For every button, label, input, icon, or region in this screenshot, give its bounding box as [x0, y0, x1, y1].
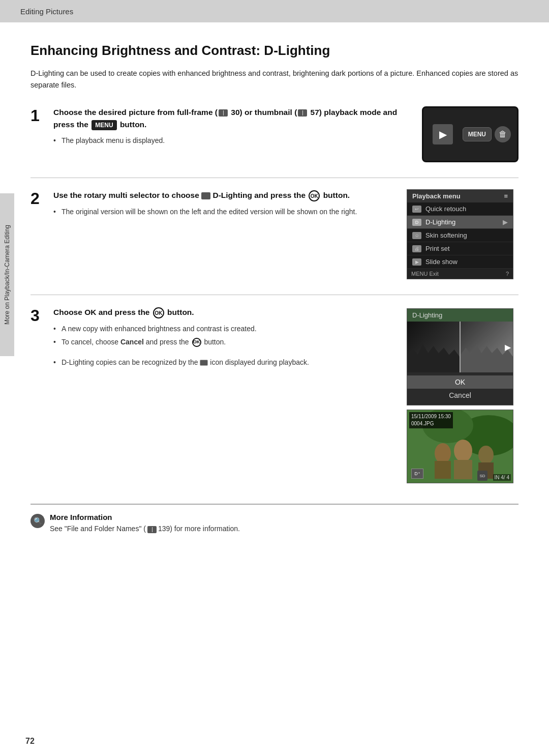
step-3-heading: Choose OK and press the OK button. — [53, 306, 407, 318]
playback-arrow-icon — [433, 124, 453, 144]
step-3-bullet-1: A new copy with enhanced brightness and … — [53, 324, 407, 335]
more-info-text-block: More Information See "File and Folder Na… — [50, 513, 518, 533]
page-title: Enhancing Brightness and Contrast: D-Lig… — [30, 43, 518, 59]
step-1-image: MENU 🗑 — [417, 106, 518, 162]
people-silhouette-dark — [407, 337, 460, 372]
step-2-bullet-1: The original version will be shown on th… — [53, 207, 396, 218]
photo-counter: IN 4/ 4 — [493, 474, 511, 481]
more-info-title: More Information — [50, 513, 518, 521]
dlighting-panel: D-Lighting ▶ OK Cancel — [407, 308, 513, 405]
section-label: Editing Pictures — [20, 7, 73, 16]
step-3-images: D-Lighting ▶ OK Cancel — [407, 306, 518, 483]
menu-item-print-set: 🖨 Print set — [407, 242, 513, 255]
page: Editing Pictures More on Playback/In-Cam… — [0, 0, 549, 756]
photo-thumbnail: 15/11/2009 15:30 0004.JPG D⁺ SD IN 4/ 4 — [407, 410, 513, 483]
menu-button-label: MENU — [92, 120, 116, 130]
trash-btn-illustration: 🗑 — [495, 126, 511, 142]
step-1-bullet-1: The playback menu is displayed. — [53, 135, 407, 147]
step-1-content: Choose the desired picture from full-fra… — [53, 106, 417, 148]
top-bar: Editing Pictures — [0, 0, 549, 22]
arrow-right-icon: ▶ — [503, 218, 508, 226]
step-1: 1 Choose the desired picture from full-f… — [30, 106, 518, 162]
page-number: 72 — [25, 737, 35, 746]
sidebar-tab: More on Playback/In-Camera Editing — [0, 193, 14, 356]
dlighting-buttons-area: OK Cancel — [407, 372, 513, 405]
svg-point-3 — [435, 443, 451, 463]
step-2-content: Use the rotary multi selector to choose … — [53, 189, 407, 220]
book-icon-2 — [298, 109, 307, 117]
sidebar-tab-text: More on Playback/In-Camera Editing — [4, 225, 11, 325]
menu-item-slide-show: ▶ Slide show — [407, 255, 513, 269]
dlighting-after-image: ▶ — [461, 322, 513, 372]
step-2-image: Playback menu ≡ ↩ Quick retouch D D-Ligh… — [407, 189, 518, 279]
intro-paragraph: D-Lighting can be used to create copies … — [30, 68, 518, 91]
camera-illustration: MENU 🗑 — [422, 106, 518, 162]
step-1-bullets: The playback menu is displayed. — [53, 135, 407, 147]
step-3-number: 3 — [30, 306, 53, 324]
slide-show-icon: ▶ — [412, 258, 421, 266]
step-3-bullet-2: To cancel, choose Cancel and press the O… — [53, 337, 407, 348]
step-3-content: Choose OK and press the OK button. A new… — [53, 306, 407, 370]
skin-softening-icon: ☺ — [412, 232, 421, 239]
dlighting-header: D-Lighting — [407, 309, 513, 322]
photo-date-overlay: 15/11/2009 15:30 0004.JPG — [409, 412, 453, 428]
more-info-body: See "File and Folder Names" (139) for mo… — [50, 525, 518, 533]
svg-point-5 — [454, 440, 472, 462]
step-2-number: 2 — [30, 189, 53, 207]
svg-rect-4 — [435, 461, 451, 479]
playback-menu-footer: MENU Exit ? — [407, 269, 513, 279]
book-icon-1 — [219, 109, 228, 117]
ok-circle-2: OK — [309, 190, 320, 201]
book-ref-icon — [147, 526, 157, 533]
svg-rect-6 — [454, 460, 472, 479]
menu-item-quick-retouch: ↩ Quick retouch — [407, 202, 513, 216]
step-3-bullets: A new copy with enhanced brightness and … — [53, 324, 407, 347]
quick-retouch-icon: ↩ — [412, 206, 421, 213]
dlighting-nav-arrow: ▶ — [505, 342, 511, 352]
dlighting-cancel-button[interactable]: Cancel — [407, 389, 513, 402]
divider-2 — [30, 295, 518, 295]
dlighting-ok-button[interactable]: OK — [407, 375, 513, 389]
sd-card-icon: SD — [477, 471, 487, 481]
more-info-icon: 🔍 — [30, 514, 45, 528]
playback-menu-header: Playback menu ≡ — [407, 190, 513, 202]
divider-1 — [30, 178, 518, 178]
svg-point-7 — [478, 446, 494, 464]
step-2: 2 Use the rotary multi selector to choos… — [30, 189, 518, 279]
step-1-heading: Choose the desired picture from full-fra… — [53, 106, 407, 130]
dlighting-copy-icon: D⁺ — [411, 469, 423, 479]
print-set-icon: 🖨 — [412, 245, 421, 252]
menu-btn-illustration: MENU — [463, 127, 492, 141]
more-info-section: 🔍 More Information See "File and Folder … — [30, 504, 518, 533]
step-3-extra-bullets: D-Lighting copies can be recognized by t… — [53, 357, 407, 368]
photo-date: 15/11/2009 15:30 — [411, 413, 451, 420]
photo-filename: 0004.JPG — [411, 420, 451, 427]
step-2-bullets: The original version will be shown on th… — [53, 207, 396, 218]
ok-circle-cancel: OK — [192, 338, 201, 347]
dlighting-icon: D — [412, 219, 421, 226]
menu-item-dlighting: D D-Lighting ▶ — [407, 216, 513, 229]
menu-item-skin-softening: ☺ Skin softening — [407, 229, 513, 242]
main-content: Enhancing Brightness and Contrast: D-Lig… — [0, 22, 549, 554]
ok-circle-3: OK — [153, 307, 164, 318]
dlighting-before-image — [407, 322, 460, 372]
playback-menu-illustration: Playback menu ≡ ↩ Quick retouch D D-Ligh… — [407, 189, 513, 279]
dlighting-image-area: ▶ — [407, 322, 513, 372]
step-3-bullet-3: D-Lighting copies can be recognized by t… — [53, 357, 407, 368]
step-3: 3 Choose OK and press the OK button. A n… — [30, 306, 518, 483]
step-1-number: 1 — [30, 106, 53, 124]
step-2-heading: Use the rotary multi selector to choose … — [53, 189, 396, 201]
